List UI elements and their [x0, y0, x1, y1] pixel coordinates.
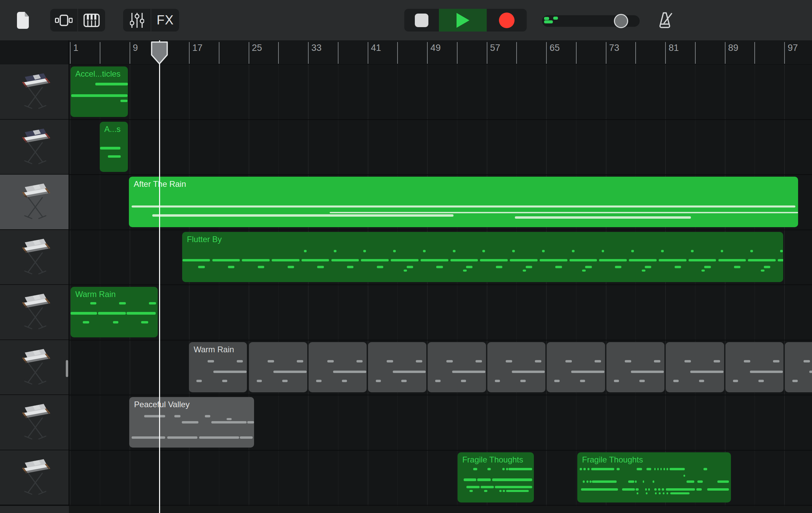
- midi-note: [714, 360, 720, 362]
- playhead-handle[interactable]: [151, 41, 168, 66]
- region-accel-ticles[interactable]: Accel...ticles: [71, 66, 128, 117]
- ruler-tick: [665, 42, 666, 64]
- track-controls-button[interactable]: [123, 9, 151, 32]
- track-header-2[interactable]: [0, 120, 69, 174]
- ruler-tick: [457, 42, 458, 64]
- midi-note: [646, 492, 647, 494]
- region-peaceful-valley[interactable]: Peaceful Valley: [129, 397, 254, 448]
- ruler-tick: [189, 42, 190, 64]
- track-header-6[interactable]: [0, 340, 69, 395]
- track-header-1[interactable]: [0, 64, 69, 119]
- bar-ruler[interactable]: 191725334149576573818997: [0, 40, 812, 64]
- grid-line: [606, 64, 606, 513]
- midi-note: [758, 380, 763, 382]
- garageband-app: FX 19172533414957: [0, 0, 812, 513]
- midi-note: [701, 270, 705, 272]
- midi-note: [495, 380, 500, 382]
- grid-line: [725, 64, 726, 513]
- midi-note: [515, 216, 691, 219]
- loop-segment[interactable]: [249, 342, 307, 393]
- midi-note: [506, 490, 529, 492]
- tracks-view-button[interactable]: [50, 9, 77, 32]
- region-after-the-rain[interactable]: After The Rain: [129, 177, 798, 227]
- region-label: A...s: [104, 124, 121, 134]
- midi-note: [71, 312, 97, 315]
- instrument-view-button[interactable]: [78, 9, 105, 32]
- region-warm-rain[interactable]: Warm Rain: [189, 342, 812, 393]
- document-icon: [17, 12, 31, 29]
- stop-button[interactable]: [404, 9, 439, 32]
- track-header-7[interactable]: [0, 395, 69, 450]
- midi-note: [512, 250, 515, 252]
- midi-note: [247, 421, 254, 423]
- track-scroll-indicator[interactable]: [66, 360, 68, 377]
- midi-note: [569, 259, 597, 261]
- track-header-8[interactable]: [0, 450, 69, 505]
- master-volume-slider[interactable]: [542, 15, 640, 27]
- region-fragile-thoughts[interactable]: Fragile Thoughts: [458, 452, 534, 503]
- level-meter-dash: [553, 17, 558, 20]
- midi-note: [778, 259, 783, 261]
- midi-note: [585, 266, 592, 268]
- midi-note: [211, 421, 247, 423]
- midi-note: [718, 259, 746, 261]
- midi-note: [257, 380, 262, 382]
- volume-knob[interactable]: [614, 14, 628, 28]
- piano-keys-icon: [83, 14, 100, 27]
- synth-light-icon: [17, 290, 52, 334]
- loop-segment[interactable]: [487, 342, 546, 393]
- midi-note: [393, 371, 426, 373]
- midi-note: [272, 259, 299, 261]
- track-header-3[interactable]: [0, 175, 69, 229]
- track-header-5[interactable]: [0, 285, 69, 339]
- midi-note: [670, 468, 685, 470]
- loop-segment[interactable]: [785, 342, 812, 393]
- midi-note: [174, 415, 180, 417]
- grid-line: [754, 64, 755, 513]
- region-label: Fragile Thoughts: [582, 455, 643, 465]
- midi-note: [481, 486, 494, 488]
- midi-note: [625, 360, 631, 362]
- midi-note: [663, 492, 664, 494]
- midi-note: [617, 468, 620, 470]
- loop-segment[interactable]: [666, 342, 724, 393]
- midi-note: [282, 380, 287, 382]
- midi-note: [347, 266, 353, 268]
- region-flutter-by[interactable]: Flutter By: [182, 232, 783, 282]
- midi-note: [542, 250, 545, 252]
- my-songs-button[interactable]: [17, 12, 31, 29]
- midi-note: [302, 259, 329, 261]
- region-warm-rain[interactable]: Warm Rain: [71, 287, 158, 337]
- midi-note: [127, 312, 156, 315]
- play-button[interactable]: [439, 9, 487, 32]
- midi-note: [535, 360, 541, 362]
- midi-note: [655, 492, 657, 494]
- midi-note: [580, 380, 585, 382]
- track-separator: [0, 64, 812, 65]
- timeline[interactable]: Accel...ticlesA...sAfter The RainFlutter…: [0, 64, 812, 513]
- region-fragile-thoughts[interactable]: Fragile Thoughts: [577, 452, 731, 503]
- loop-segment[interactable]: [368, 342, 426, 393]
- loop-segment[interactable]: [309, 342, 367, 393]
- midi-note: [213, 371, 247, 373]
- metronome-button[interactable]: [655, 11, 674, 31]
- loop-segment[interactable]: [428, 342, 486, 393]
- grid-line: [635, 64, 636, 513]
- midi-note: [764, 266, 770, 268]
- midi-note: [717, 480, 729, 483]
- grid-line: [516, 64, 517, 513]
- loop-segment[interactable]: [726, 342, 784, 393]
- region-a-s[interactable]: A...s: [100, 122, 128, 172]
- midi-note: [205, 415, 210, 417]
- ruler-tick: [278, 42, 279, 64]
- loop-segment[interactable]: [606, 342, 665, 393]
- midi-note: [496, 266, 502, 268]
- loop-segment[interactable]: Warm Rain: [189, 342, 247, 393]
- fx-button[interactable]: FX: [151, 9, 179, 32]
- track-separator: [0, 174, 812, 175]
- midi-note: [119, 302, 126, 304]
- record-button[interactable]: [487, 9, 527, 32]
- track-header-4[interactable]: [0, 230, 69, 284]
- loop-segment[interactable]: [547, 342, 605, 393]
- midi-note: [657, 468, 659, 470]
